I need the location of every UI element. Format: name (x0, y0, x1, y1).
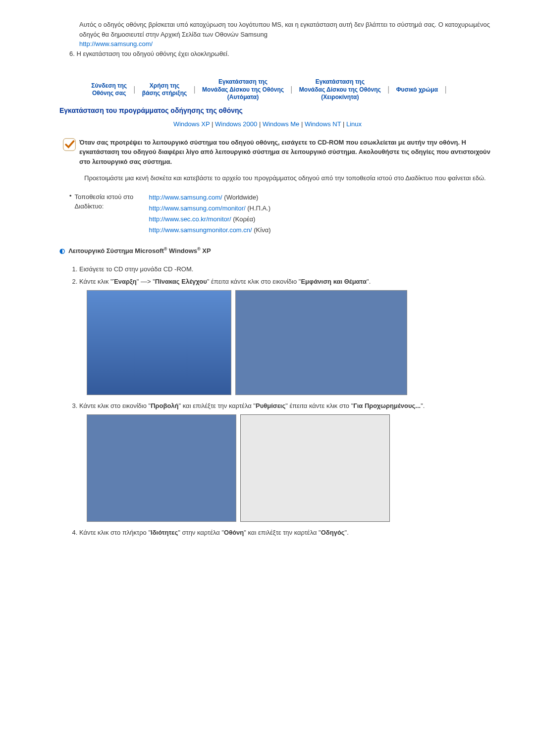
url-usa[interactable]: http://www.samsung.com/monitor/ (149, 204, 246, 212)
install-steps-cont2: Κάντε κλικ στο πλήκτρο "Ιδιότητες" στην … (79, 528, 495, 538)
note-text: Προετοιμάστε μια κενή δισκέτα και κατεβά… (84, 173, 495, 183)
screenshot-display-properties (240, 414, 390, 522)
nav-install-manual[interactable]: Εγκατάσταση της Μονάδας Δίσκου της Οθόνη… (295, 78, 385, 101)
step-4: Κάντε κλικ στο πλήκτρο "Ιδιότητες" στην … (79, 528, 495, 538)
section-heading: Εγκατάσταση του προγράμματος οδήγησης τη… (59, 106, 495, 114)
screenshot-start-menu (87, 290, 231, 395)
nav-install-auto[interactable]: Εγκατάσταση της Μονάδας Δίσκου της Οθόνη… (198, 78, 288, 101)
website-label: Τοποθεσία ιστού στο Διαδίκτυο: (75, 192, 149, 236)
screenshot-row-2 (87, 414, 495, 522)
install-steps-cont: Κάντε κλικ στο εικονίδιο "Προβολή" και ε… (79, 401, 495, 411)
os-winme[interactable]: Windows Me (263, 120, 299, 128)
nav-stand[interactable]: Χρήση της βάσης στήριξης (138, 82, 191, 98)
info-box: Όταν σας προτρέψει το λειτουργικό σύστημ… (59, 138, 495, 167)
url-china[interactable]: http://www.samsungmonitor.com.cn/ (149, 226, 252, 234)
intro-paragraph: Αυτός ο οδηγός οθόνης βρίσκεται υπό κατο… (79, 20, 495, 49)
os-links: Windows XP | Windows 2000 | Windows Me |… (40, 120, 495, 128)
os-subheading: ◐ Λειτουργικό Σύστημα Microsoft® Windows… (59, 247, 495, 254)
url-list: http://www.samsung.com/ (Worldwide) http… (149, 192, 271, 236)
url-worldwide[interactable]: http://www.samsung.com/ (149, 194, 222, 201)
os-winnt[interactable]: Windows NT (305, 120, 341, 128)
screenshot-control-panel (235, 290, 407, 395)
website-section: • Τοποθεσία ιστού στο Διαδίκτυο: http://… (69, 192, 495, 236)
step-6: 6. Η εγκατάσταση του οδηγού οθόνης έχει … (69, 49, 495, 59)
check-icon (59, 138, 79, 153)
step-1: Εισάγετε το CD στην μονάδα CD -ROM. (79, 264, 495, 275)
os-linux[interactable]: Linux (346, 120, 362, 128)
info-text: Όταν σας προτρέψει το λειτουργικό σύστημ… (79, 138, 495, 167)
nav-natural-color[interactable]: Φυσικό χρώμα (392, 86, 442, 94)
bullet-icon: • (69, 192, 75, 236)
samsung-link[interactable]: http://www.samsung.com/ (79, 40, 153, 48)
install-steps: Εισάγετε το CD στην μονάδα CD -ROM. Κάντ… (79, 264, 495, 287)
step-2: Κάντε κλικ "Έναρξη" —> "Πίνακας Ελέγχου"… (79, 277, 495, 287)
bullet-icon: ◐ (59, 247, 65, 254)
screenshot-row-1 (87, 290, 495, 395)
nav-connect[interactable]: Σύνδεση της Οθόνης σας (87, 82, 131, 98)
os-win2000[interactable]: Windows 2000 (215, 120, 257, 128)
step-3: Κάντε κλικ στο εικονίδιο "Προβολή" και ε… (79, 401, 495, 411)
url-korea[interactable]: http://www.sec.co.kr/monitor/ (149, 215, 231, 223)
screenshot-appearance-themes (87, 414, 236, 522)
section-nav: Σύνδεση της Οθόνης σας | Χρήση της βάσης… (40, 78, 495, 101)
os-winxp[interactable]: Windows XP (173, 120, 210, 128)
intro-text: Αυτός ο οδηγός οθόνης βρίσκεται υπό κατο… (79, 21, 490, 38)
